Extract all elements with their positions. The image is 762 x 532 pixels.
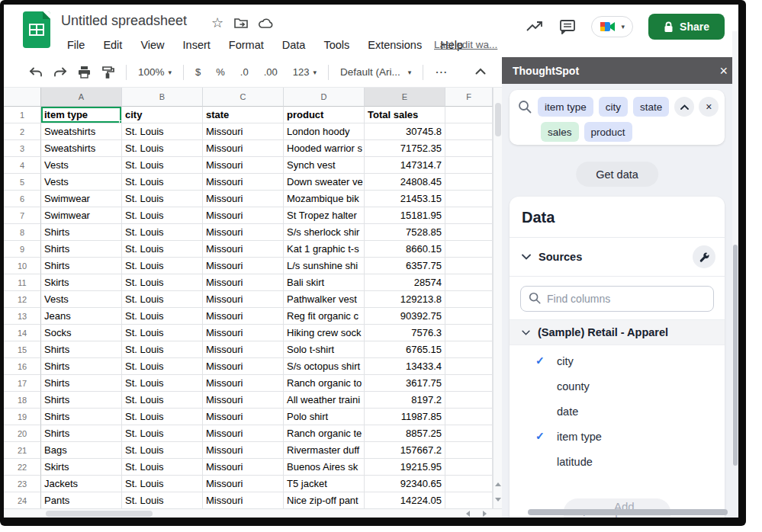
vertical-scrollbar[interactable] — [493, 88, 502, 508]
cell-E13[interactable]: 90392.75 — [365, 308, 445, 325]
column-item-city[interactable]: ✓city — [510, 348, 725, 373]
collapse-toolbar-icon[interactable] — [471, 65, 490, 78]
cell-D3[interactable]: Hooded warrior s — [284, 140, 365, 157]
cell-B5[interactable]: St. Louis — [122, 174, 203, 191]
cell-A10[interactable]: Shirts — [41, 258, 122, 274]
cell-A16[interactable]: Shirts — [41, 358, 122, 375]
cell-C1[interactable]: state — [203, 107, 284, 123]
cell-B21[interactable]: St. Louis — [122, 442, 203, 459]
cell-D24[interactable]: Nice zip-off pant — [284, 492, 365, 509]
cell-B3[interactable]: St. Louis — [122, 140, 203, 157]
cell-F10[interactable] — [445, 258, 493, 274]
menu-insert[interactable]: Insert — [178, 37, 216, 53]
cell-E21[interactable]: 157667.2 — [365, 442, 445, 459]
cell-C6[interactable]: Missouri — [203, 191, 284, 207]
cell-F19[interactable] — [445, 409, 493, 425]
last-edit-link[interactable]: Last edit wa... — [429, 36, 502, 53]
row-header-24[interactable]: 24 — [4, 492, 41, 509]
cell-E7[interactable]: 15181.95 — [365, 207, 445, 224]
cell-E10[interactable]: 6357.75 — [365, 258, 445, 274]
column-header-B[interactable]: B — [122, 88, 203, 107]
cell-F3[interactable] — [445, 140, 493, 157]
cell-F2[interactable] — [445, 123, 493, 140]
cell-D7[interactable]: St Tropez halter — [284, 207, 365, 224]
row-header-12[interactable]: 12 — [4, 291, 41, 308]
row-header-7[interactable]: 7 — [4, 207, 41, 224]
cell-A3[interactable]: Sweatshirts — [41, 140, 122, 157]
sources-row[interactable]: Sources — [510, 238, 725, 276]
search-bar[interactable]: item typecitystate × salesproduct — [510, 90, 725, 145]
cell-C17[interactable]: Missouri — [203, 375, 284, 392]
cell-B24[interactable]: St. Louis — [122, 492, 203, 509]
cell-A4[interactable]: Vests — [41, 157, 122, 174]
fill-handle[interactable] — [119, 120, 122, 123]
cell-D8[interactable]: S/s sherlock shir — [284, 224, 365, 241]
cell-F16[interactable] — [445, 358, 493, 375]
cell-D4[interactable]: Synch vest — [284, 157, 365, 174]
cell-F18[interactable] — [445, 392, 493, 409]
cell-F23[interactable] — [445, 476, 493, 492]
cell-E20[interactable]: 8857.25 — [365, 425, 445, 442]
cell-F5[interactable] — [445, 174, 493, 191]
cell-C11[interactable]: Missouri — [203, 274, 284, 291]
cell-A9[interactable]: Shirts — [41, 241, 122, 258]
cell-D12[interactable]: Pathwalker vest — [284, 291, 365, 308]
cell-C15[interactable]: Missouri — [203, 341, 284, 358]
cell-B10[interactable]: St. Louis — [122, 258, 203, 274]
cell-A19[interactable]: Shirts — [41, 409, 122, 425]
clear-search-button[interactable]: × — [699, 97, 719, 117]
cell-B1[interactable]: city — [122, 107, 203, 123]
cell-C18[interactable]: Missouri — [203, 392, 284, 409]
panel-scrollbar-gutter[interactable] — [732, 31, 738, 465]
cell-A22[interactable]: Skirts — [41, 459, 122, 476]
cell-F13[interactable] — [445, 308, 493, 325]
cell-B18[interactable]: St. Louis — [122, 392, 203, 409]
cell-D13[interactable]: Reg fit organic c — [284, 308, 365, 325]
cell-E11[interactable]: 28574 — [365, 274, 445, 291]
column-item-county[interactable]: county — [510, 373, 725, 399]
menu-tools[interactable]: Tools — [318, 37, 355, 53]
row-header-21[interactable]: 21 — [4, 442, 41, 459]
cell-C24[interactable]: Missouri — [203, 492, 284, 509]
cell-B6[interactable]: St. Louis — [122, 191, 203, 207]
get-data-button[interactable]: Get data — [576, 162, 658, 187]
search-chip-item-type[interactable]: item type — [538, 97, 593, 117]
menu-data[interactable]: Data — [277, 37, 311, 53]
meet-button[interactable]: ▾ — [591, 16, 634, 37]
cell-A23[interactable]: Jackets — [41, 476, 122, 492]
cell-D17[interactable]: Ranch organic to — [284, 375, 365, 392]
cell-C22[interactable]: Missouri — [203, 459, 284, 476]
panel-horizontal-scroll-thumb[interactable] — [528, 509, 728, 515]
cell-B7[interactable]: St. Louis — [122, 207, 203, 224]
cell-A18[interactable]: Shirts — [41, 392, 122, 409]
horizontal-scroll-thumb[interactable] — [46, 511, 153, 517]
cell-E19[interactable]: 11987.85 — [365, 409, 445, 425]
column-item-date[interactable]: date — [510, 399, 725, 424]
cell-F15[interactable] — [445, 341, 493, 358]
menu-view[interactable]: View — [135, 37, 169, 53]
cell-B16[interactable]: St. Louis — [122, 358, 203, 375]
panel-close-icon[interactable]: × — [719, 64, 728, 78]
search-chip-city[interactable]: city — [599, 97, 628, 117]
column-header-C[interactable]: C — [203, 88, 284, 107]
row-header-9[interactable]: 9 — [4, 241, 41, 258]
cell-C19[interactable]: Missouri — [203, 409, 284, 425]
increase-decimal-button[interactable]: .00 — [260, 63, 281, 81]
select-all-corner[interactable] — [4, 88, 41, 107]
row-header-1[interactable]: 1 — [4, 107, 41, 123]
menu-format[interactable]: Format — [223, 37, 269, 53]
wrench-icon[interactable] — [693, 245, 715, 268]
cell-F4[interactable] — [445, 157, 493, 174]
cell-D11[interactable]: Bali skirt — [284, 274, 365, 291]
cell-B11[interactable]: St. Louis — [122, 274, 203, 291]
cell-A13[interactable]: Jeans — [41, 308, 122, 325]
cell-E23[interactable]: 92340.65 — [365, 476, 445, 492]
column-item-latitude[interactable]: latitude — [510, 449, 725, 474]
cell-F17[interactable] — [445, 375, 493, 392]
share-button[interactable]: Share — [648, 14, 725, 40]
cell-F14[interactable] — [445, 325, 493, 341]
row-header-4[interactable]: 4 — [4, 157, 41, 174]
cell-F12[interactable] — [445, 291, 493, 308]
cell-F6[interactable] — [445, 191, 493, 207]
font-select[interactable]: Default (Ari...▾ — [336, 63, 415, 81]
